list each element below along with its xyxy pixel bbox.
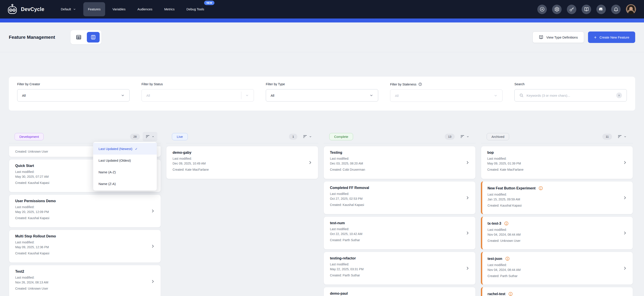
api-keys-button[interactable]	[567, 5, 576, 14]
feature-card-testing-refactor[interactable]: testing-refactor Last modified: May 22, …	[324, 252, 476, 285]
filter-creator-label: Filter by Creator	[17, 82, 130, 86]
created-by: Created: Parth Suthar	[330, 238, 469, 242]
feature-card-demo-paul[interactable]: demo-paul	[324, 287, 476, 296]
nav-label: Metrics	[164, 7, 174, 11]
docs-button[interactable]	[582, 5, 591, 14]
feature-card-rachel-test[interactable]: rachel-test	[481, 287, 633, 296]
column-sort-button[interactable]	[615, 132, 630, 141]
last-modified-date: Oct 22, 2025, 10:42 AM	[330, 232, 469, 236]
sort-option-name-za[interactable]: Name (Z-A)	[93, 178, 157, 190]
table-view-button[interactable]	[72, 32, 85, 42]
staleness-select[interactable]: All	[390, 89, 502, 102]
docs-book-icon	[584, 6, 589, 12]
user-avatar[interactable]	[626, 4, 636, 14]
chevron-right-icon	[622, 160, 627, 165]
column-count-badge: 13	[445, 134, 455, 140]
sort-option-last-updated-newest[interactable]: Last Updated (Newest) ✓	[93, 143, 157, 155]
last-modified-label: Last modified:	[488, 228, 626, 232]
nav-item-debug-tools[interactable]: Debug Tools NEW	[182, 2, 209, 16]
chevron-right-icon	[150, 279, 155, 284]
sort-option-name-az[interactable]: Name (A-Z)	[93, 166, 157, 178]
chevron-right-icon	[465, 196, 470, 200]
chevron-up-icon	[152, 135, 154, 138]
feature-title: User Permissions Demo	[15, 199, 154, 203]
clear-search-icon[interactable]: ✕	[616, 92, 622, 98]
column-archived: Archived 11 bop Last modified: May 09, 2…	[481, 132, 633, 296]
feature-card-demo-gaby[interactable]: demo-gaby Last modified: Dec 09, 2025, 1…	[166, 146, 318, 179]
view-type-definitions-label: View Type Definitions	[546, 35, 578, 39]
sort-lines-icon	[303, 134, 307, 139]
chevron-down-icon	[494, 94, 498, 98]
feature-card-test-json[interactable]: test-json Last modified: Nov 04, 2024, 0…	[481, 252, 633, 285]
devcycle-logo[interactable]: DevCycle	[6, 3, 44, 15]
last-modified-date: Nov 04, 2024, 08:44 AM	[488, 233, 626, 237]
feature-card-completed-ff-removal[interactable]: Completed FF Removal Last modified: Oct …	[324, 181, 476, 214]
type-select[interactable]: All	[266, 89, 378, 101]
status-badge-archived: Archived	[487, 133, 509, 140]
feature-title: Multi Step Rollout Demo	[15, 234, 154, 238]
filter-staleness-label: Filter by Staleness	[390, 82, 502, 86]
discord-button[interactable]	[596, 5, 606, 14]
column-development-header: Development 28	[9, 132, 161, 141]
settings-button[interactable]	[552, 5, 562, 14]
book-icon	[539, 35, 544, 40]
created-by: Created: Kaushal Kapasi	[330, 203, 469, 207]
column-divider	[166, 143, 318, 143]
nav-item-audiences[interactable]: Audiences	[133, 2, 157, 16]
sort-option-label: Name (Z-A)	[98, 182, 116, 186]
chevron-down-icon	[309, 135, 312, 138]
feature-card-test-num[interactable]: test-num Last modified: Oct 22, 2025, 10…	[324, 217, 476, 250]
search-input[interactable]	[526, 94, 613, 97]
column-sort-button[interactable]	[142, 132, 157, 141]
header-actions: View Type Definitions + Create New Featu…	[532, 31, 635, 43]
create-new-feature-button[interactable]: + Create New Feature	[588, 31, 635, 43]
feature-card-new-feat-button-experiment[interactable]: New Feat Button Experiment Last modified…	[481, 181, 633, 214]
column-sort-button[interactable]	[457, 132, 472, 141]
feature-card-user-permissions-demo[interactable]: User Permissions Demo Last modified: May…	[9, 195, 161, 228]
status-badge-live: Live	[172, 133, 188, 140]
feature-card-bop[interactable]: bop Last modified: May 09, 2025, 01:39 P…	[481, 146, 633, 179]
stale-warning-icon	[504, 221, 509, 226]
sort-option-label: Last Updated (Newest)	[98, 147, 132, 151]
chevron-right-icon	[150, 244, 155, 249]
sort-lines-icon	[460, 134, 464, 139]
feature-card-tx-test-3[interactable]: tx-test-3 Last modified: Nov 04, 2024, 0…	[481, 217, 633, 250]
status-badge-complete: Complete	[329, 133, 353, 140]
sort-option-last-updated-oldest[interactable]: Last Updated (Oldest)	[93, 155, 157, 166]
last-modified-label: Last modified:	[15, 240, 154, 245]
creator-select[interactable]: All	[17, 89, 130, 101]
notifications-button[interactable]	[611, 5, 621, 14]
feature-card-multi-step-rollout-demo[interactable]: Multi Step Rollout Demo Last modified: M…	[9, 230, 161, 263]
last-modified-label: Last modified:	[330, 157, 469, 161]
view-type-definitions-button[interactable]: View Type Definitions	[532, 31, 584, 43]
nav-item-features[interactable]: Features	[83, 2, 105, 16]
search-box: ✕	[514, 89, 627, 101]
chevron-down-icon	[370, 93, 373, 97]
filter-staleness-text: Filter by Staleness	[390, 83, 416, 86]
column-live: Live 1 demo-gaby Last modified: Dec 09, …	[166, 132, 318, 181]
feature-title: demo-gaby	[172, 151, 312, 155]
feature-title: test-num	[330, 221, 469, 225]
search-icon	[519, 93, 524, 98]
robot-logo-icon	[6, 3, 18, 15]
column-divider	[481, 143, 633, 143]
filter-group-staleness: Filter by Staleness All	[390, 82, 502, 102]
key-icon	[569, 6, 574, 12]
info-icon[interactable]	[418, 82, 422, 86]
feature-card-testing[interactable]: Testing Last modified: Dec 03, 2025, 08:…	[324, 146, 476, 179]
column-sort-button[interactable]	[300, 132, 315, 141]
add-circle-button[interactable]	[537, 5, 547, 14]
project-selector-default[interactable]: Default	[56, 2, 81, 16]
board-view-button[interactable]	[87, 32, 100, 42]
feature-card-test2[interactable]: Test2 Last modified: Nov 26, 2024, 08:13…	[9, 265, 161, 296]
nav-item-variables[interactable]: Variables	[108, 2, 130, 16]
sort-dropdown-menu: Last Updated (Newest) ✓ Last Updated (Ol…	[93, 142, 157, 191]
last-modified-label: Last modified:	[172, 157, 312, 161]
status-select[interactable]: All	[142, 89, 254, 101]
column-complete-header: Complete 13	[324, 132, 476, 141]
last-modified-label: Last modified:	[15, 276, 154, 280]
last-modified-date: May 09, 2025, 12:36 PM	[15, 245, 154, 249]
feature-title: rachel-test	[488, 292, 505, 296]
nav-item-metrics[interactable]: Metrics	[160, 2, 179, 16]
last-modified-date: Nov 04, 2024, 08:44 AM	[488, 268, 626, 272]
